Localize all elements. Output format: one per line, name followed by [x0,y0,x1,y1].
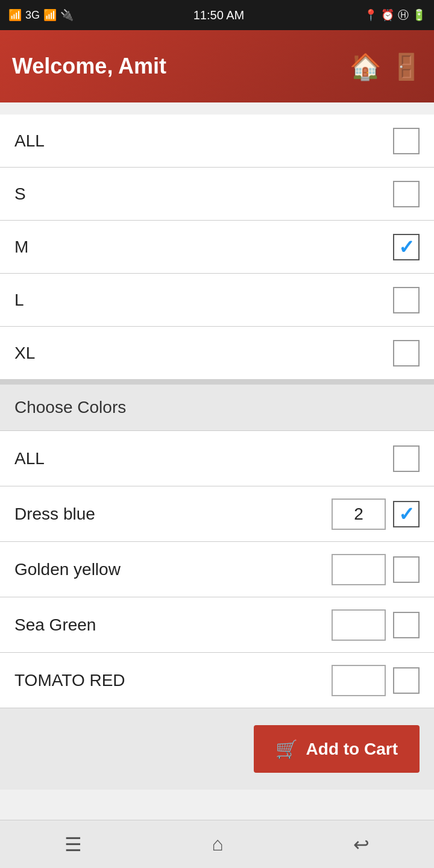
size-checkbox-m[interactable] [393,234,420,260]
size-checkbox-xl[interactable] [393,340,420,366]
size-label-l: L [14,291,24,310]
hplus-icon: Ⓗ [398,8,409,22]
status-left: 📶 3G 📶 🔌 [8,8,74,22]
color-controls-all [393,445,420,472]
color-row-tomato-red: TOMATO RED [0,653,434,708]
color-checkbox-sea-green[interactable] [393,612,420,638]
color-controls-sea-green [332,609,420,641]
size-row-s: S [0,168,434,221]
color-label-dress-blue: Dress blue [14,505,95,524]
color-checkbox-all[interactable] [393,445,420,472]
nav-menu-icon[interactable]: ☰ [64,833,82,856]
qty-input-dress-blue[interactable] [332,498,386,530]
size-checkbox-l[interactable] [393,287,420,313]
size-label-all: ALL [14,131,45,151]
location-icon: 📍 [364,8,377,22]
color-label-all: ALL [14,449,45,468]
add-to-cart-button[interactable]: 🛒 Add to Cart [254,725,420,773]
size-label-xl: XL [14,344,35,363]
size-row-l: L [0,274,434,327]
bottom-nav: ☰ ⌂ ↩ [0,820,434,868]
color-row-golden-yellow: Golden yellow [0,542,434,597]
color-row-sea-green: Sea Green [0,597,434,653]
logout-button[interactable]: 🚪 [391,52,422,81]
color-label-sea-green: Sea Green [14,615,96,635]
color-label-tomato-red: TOMATO RED [14,671,125,690]
status-bar: 📶 3G 📶 🔌 11:50 AM 📍 ⏰ Ⓗ 🔋 [0,0,434,30]
add-to-cart-label: Add to Cart [306,740,398,759]
size-row-m: M [0,221,434,274]
color-label-golden-yellow: Golden yellow [14,560,121,579]
cart-icon: 🛒 [275,738,298,760]
home-button[interactable]: 🏠 [350,52,381,81]
qty-input-golden-yellow[interactable] [332,554,386,585]
header-title: Welcome, Amit [12,54,166,79]
wifi-icon: 📶 [43,8,57,22]
status-time: 11:50 AM [193,8,245,22]
signal-icon: 📶 [8,8,22,22]
colors-section-header: Choose Colors [0,380,434,431]
color-row-dress-blue: Dress blue [0,486,434,542]
status-right: 📍 ⏰ Ⓗ 🔋 [364,8,426,22]
battery-icon: 🔋 [412,8,426,22]
size-row-all: ALL [0,115,434,168]
color-checkbox-dress-blue[interactable] [393,501,420,527]
color-checkbox-tomato-red[interactable] [393,667,420,694]
size-checkbox-all[interactable] [393,128,420,154]
color-row-all: ALL [0,431,434,486]
color-controls-dress-blue [332,498,420,530]
color-controls-tomato-red [332,665,420,696]
network-type: 3G [25,9,40,22]
nav-home-icon[interactable]: ⌂ [212,833,223,855]
size-label-m: M [14,237,28,257]
header-actions: 🏠 🚪 [350,52,422,81]
nav-back-icon[interactable]: ↩ [353,833,370,856]
size-checkbox-s[interactable] [393,181,420,207]
qty-input-tomato-red[interactable] [332,665,386,696]
color-checkbox-golden-yellow[interactable] [393,556,420,583]
usb-icon: 🔌 [60,8,74,22]
add-to-cart-container: 🛒 Add to Cart [0,708,434,790]
color-controls-golden-yellow [332,554,420,585]
size-row-xl: XL [0,327,434,380]
alarm-icon: ⏰ [381,8,394,22]
qty-input-sea-green[interactable] [332,609,386,641]
content-area: ALL S M L XL Choose Colors ALL Dress blu… [0,102,434,820]
app-header: Welcome, Amit 🏠 🚪 [0,30,434,102]
size-label-s: S [14,184,26,204]
